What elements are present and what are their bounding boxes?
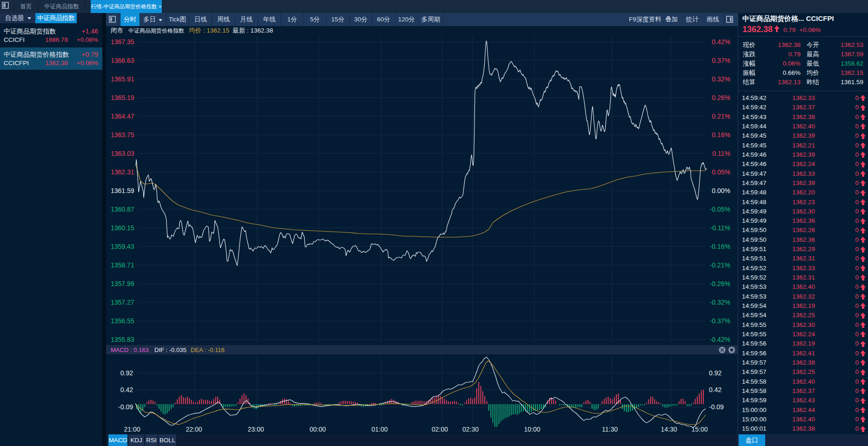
svg-text:0.26%: 0.26%	[712, 94, 730, 101]
svg-text:1356.55: 1356.55	[111, 317, 134, 325]
svg-text:-0.21%: -0.21%	[710, 261, 730, 269]
svg-text:0.92: 0.92	[709, 369, 721, 377]
svg-text:14:30: 14:30	[661, 426, 677, 433]
svg-text:0.37%: 0.37%	[712, 57, 730, 64]
svg-text:1366.63: 1366.63	[111, 57, 134, 64]
svg-text:0.42: 0.42	[709, 386, 721, 393]
svg-text:1360.15: 1360.15	[111, 224, 134, 232]
svg-text:1358.71: 1358.71	[111, 261, 134, 269]
svg-text:-0.09: -0.09	[118, 403, 133, 411]
svg-text:10:00: 10:00	[524, 426, 540, 433]
svg-text:1365.19: 1365.19	[111, 94, 134, 101]
svg-text:0.42%: 0.42%	[712, 38, 730, 46]
svg-text:-0.32%: -0.32%	[710, 299, 730, 306]
svg-text:1363.03: 1363.03	[111, 150, 134, 157]
svg-text:0.92: 0.92	[120, 369, 133, 377]
svg-text:-0.26%: -0.26%	[710, 280, 730, 287]
svg-text:23:00: 23:00	[247, 426, 264, 433]
svg-text:02:00: 02:00	[432, 426, 448, 433]
svg-text:1361.59: 1361.59	[111, 187, 134, 194]
svg-text:0.42: 0.42	[120, 386, 133, 393]
svg-text:22:00: 22:00	[186, 426, 202, 433]
svg-text:11:30: 11:30	[602, 426, 618, 433]
svg-text:-0.11%: -0.11%	[710, 224, 730, 232]
svg-text:1363.75: 1363.75	[111, 131, 134, 139]
svg-text:0.21%: 0.21%	[712, 113, 730, 120]
svg-text:1364.47: 1364.47	[111, 113, 134, 120]
svg-text:1365.91: 1365.91	[111, 75, 134, 83]
svg-text:15:00: 15:00	[691, 426, 708, 433]
svg-text:-0.16%: -0.16%	[710, 243, 730, 250]
svg-text:0.05%: 0.05%	[712, 168, 730, 176]
svg-text:DEA : -0.116: DEA : -0.116	[191, 346, 225, 353]
svg-text:0.16%: 0.16%	[712, 131, 730, 139]
svg-text:02:30: 02:30	[462, 426, 479, 433]
svg-text:1360.87: 1360.87	[111, 206, 134, 213]
svg-text:1357.27: 1357.27	[111, 299, 134, 306]
svg-text:21:00: 21:00	[124, 426, 140, 433]
svg-text:1367.35: 1367.35	[111, 38, 134, 46]
svg-text:-0.37%: -0.37%	[710, 317, 730, 325]
svg-text:-0.42%: -0.42%	[710, 336, 730, 343]
svg-text:-0.05%: -0.05%	[710, 206, 730, 213]
svg-text:DIF : -0.035: DIF : -0.035	[154, 346, 187, 353]
svg-text:1362.31: 1362.31	[111, 168, 134, 176]
svg-text:MACD : 0.163: MACD : 0.163	[111, 346, 149, 353]
svg-text:1355.83: 1355.83	[111, 336, 134, 343]
svg-text:1359.43: 1359.43	[111, 243, 134, 250]
svg-text:0.32%: 0.32%	[712, 75, 730, 83]
svg-text:01:00: 01:00	[371, 426, 387, 433]
svg-text:-0.09: -0.09	[709, 403, 724, 411]
svg-text:0.00%: 0.00%	[712, 187, 730, 194]
svg-text:00:00: 00:00	[309, 426, 326, 433]
svg-text:0.11%: 0.11%	[712, 150, 730, 157]
svg-text:1357.99: 1357.99	[111, 280, 134, 287]
